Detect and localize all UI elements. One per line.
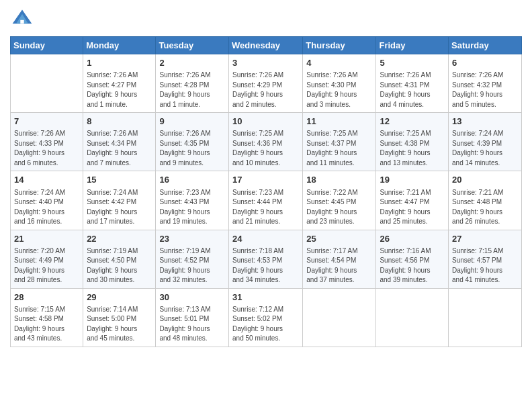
calendar-cell: 2Sunrise: 7:26 AM Sunset: 4:28 PM Daylig… [156, 54, 229, 113]
calendar-cell: 31Sunrise: 7:12 AM Sunset: 5:02 PM Dayli… [229, 288, 303, 347]
day-info: Sunrise: 7:18 AM Sunset: 4:53 PM Dayligh… [232, 246, 299, 285]
day-number: 26 [380, 233, 445, 245]
day-info: Sunrise: 7:24 AM Sunset: 4:42 PM Dayligh… [87, 188, 152, 227]
calendar-cell: 9Sunrise: 7:26 AM Sunset: 4:35 PM Daylig… [156, 113, 229, 171]
logo-icon [10, 7, 34, 31]
calendar-cell: 12Sunrise: 7:25 AM Sunset: 4:38 PM Dayli… [376, 113, 449, 171]
day-number: 18 [306, 174, 372, 186]
day-info: Sunrise: 7:15 AM Sunset: 4:58 PM Dayligh… [14, 305, 79, 344]
day-info: Sunrise: 7:26 AM Sunset: 4:33 PM Dayligh… [14, 129, 79, 168]
calendar-cell: 1Sunrise: 7:26 AM Sunset: 4:27 PM Daylig… [83, 54, 156, 113]
calendar-cell: 19Sunrise: 7:21 AM Sunset: 4:47 PM Dayli… [376, 171, 449, 230]
calendar-cell: 7Sunrise: 7:26 AM Sunset: 4:33 PM Daylig… [11, 113, 83, 171]
day-info: Sunrise: 7:26 AM Sunset: 4:34 PM Dayligh… [87, 129, 152, 168]
page-header [10, 7, 522, 31]
svg-rect-2 [20, 20, 24, 24]
weekday-wednesday: Wednesday [229, 37, 303, 54]
day-number: 9 [159, 116, 225, 128]
day-number: 25 [306, 233, 372, 245]
day-number: 12 [380, 116, 445, 128]
day-info: Sunrise: 7:25 AM Sunset: 4:38 PM Dayligh… [380, 129, 445, 168]
calendar-cell: 30Sunrise: 7:13 AM Sunset: 5:01 PM Dayli… [156, 288, 229, 347]
weekday-thursday: Thursday [303, 37, 376, 54]
calendar-cell: 8Sunrise: 7:26 AM Sunset: 4:34 PM Daylig… [83, 113, 156, 171]
day-info: Sunrise: 7:12 AM Sunset: 5:02 PM Dayligh… [232, 305, 299, 344]
day-info: Sunrise: 7:23 AM Sunset: 4:44 PM Dayligh… [232, 188, 299, 227]
day-info: Sunrise: 7:26 AM Sunset: 4:35 PM Dayligh… [159, 129, 225, 168]
day-number: 3 [232, 57, 299, 69]
week-row-3: 14Sunrise: 7:24 AM Sunset: 4:40 PM Dayli… [11, 171, 522, 230]
day-info: Sunrise: 7:26 AM Sunset: 4:29 PM Dayligh… [232, 71, 299, 109]
calendar-cell: 20Sunrise: 7:21 AM Sunset: 4:48 PM Dayli… [449, 171, 522, 230]
day-info: Sunrise: 7:13 AM Sunset: 5:01 PM Dayligh… [159, 305, 225, 344]
calendar-cell: 15Sunrise: 7:24 AM Sunset: 4:42 PM Dayli… [83, 171, 156, 230]
weekday-header-row: SundayMondayTuesdayWednesdayThursdayFrid… [11, 37, 522, 54]
day-number: 30 [159, 291, 225, 304]
day-number: 21 [14, 233, 79, 245]
calendar-cell: 13Sunrise: 7:24 AM Sunset: 4:39 PM Dayli… [449, 113, 522, 171]
calendar-cell [376, 288, 449, 347]
day-number: 4 [306, 57, 372, 69]
day-number: 1 [87, 57, 152, 69]
weekday-sunday: Sunday [11, 37, 83, 54]
day-info: Sunrise: 7:19 AM Sunset: 4:52 PM Dayligh… [159, 246, 225, 285]
weekday-monday: Monday [83, 37, 156, 54]
day-info: Sunrise: 7:26 AM Sunset: 4:30 PM Dayligh… [306, 71, 372, 109]
week-row-5: 28Sunrise: 7:15 AM Sunset: 4:58 PM Dayli… [11, 288, 522, 347]
day-number: 20 [452, 174, 518, 186]
week-row-4: 21Sunrise: 7:20 AM Sunset: 4:49 PM Dayli… [11, 230, 522, 288]
day-info: Sunrise: 7:20 AM Sunset: 4:49 PM Dayligh… [14, 246, 79, 285]
day-number: 16 [159, 174, 225, 186]
day-number: 14 [14, 174, 79, 186]
logo [10, 7, 37, 31]
calendar-cell: 23Sunrise: 7:19 AM Sunset: 4:52 PM Dayli… [156, 230, 229, 288]
calendar-cell: 22Sunrise: 7:19 AM Sunset: 4:50 PM Dayli… [83, 230, 156, 288]
calendar-cell: 3Sunrise: 7:26 AM Sunset: 4:29 PM Daylig… [229, 54, 303, 113]
calendar-cell: 18Sunrise: 7:22 AM Sunset: 4:45 PM Dayli… [303, 171, 376, 230]
day-number: 7 [14, 116, 79, 128]
day-info: Sunrise: 7:26 AM Sunset: 4:27 PM Dayligh… [87, 71, 152, 109]
day-number: 28 [14, 291, 79, 304]
day-number: 6 [452, 57, 518, 69]
calendar-cell: 24Sunrise: 7:18 AM Sunset: 4:53 PM Dayli… [229, 230, 303, 288]
calendar-cell: 5Sunrise: 7:26 AM Sunset: 4:31 PM Daylig… [376, 54, 449, 113]
calendar-cell: 25Sunrise: 7:17 AM Sunset: 4:54 PM Dayli… [303, 230, 376, 288]
week-row-2: 7Sunrise: 7:26 AM Sunset: 4:33 PM Daylig… [11, 113, 522, 171]
calendar-table: SundayMondayTuesdayWednesdayThursdayFrid… [10, 36, 522, 347]
calendar-cell: 6Sunrise: 7:26 AM Sunset: 4:32 PM Daylig… [449, 54, 522, 113]
weekday-friday: Friday [376, 37, 449, 54]
calendar-cell: 10Sunrise: 7:25 AM Sunset: 4:36 PM Dayli… [229, 113, 303, 171]
day-info: Sunrise: 7:24 AM Sunset: 4:39 PM Dayligh… [452, 129, 518, 168]
day-number: 15 [87, 174, 152, 186]
calendar-cell [449, 288, 522, 347]
day-info: Sunrise: 7:26 AM Sunset: 4:32 PM Dayligh… [452, 71, 518, 109]
day-info: Sunrise: 7:19 AM Sunset: 4:50 PM Dayligh… [87, 246, 152, 285]
calendar-cell: 14Sunrise: 7:24 AM Sunset: 4:40 PM Dayli… [11, 171, 83, 230]
calendar-cell: 4Sunrise: 7:26 AM Sunset: 4:30 PM Daylig… [303, 54, 376, 113]
day-info: Sunrise: 7:26 AM Sunset: 4:31 PM Dayligh… [380, 71, 445, 109]
day-number: 11 [306, 116, 372, 128]
day-number: 23 [159, 233, 225, 245]
day-number: 8 [87, 116, 152, 128]
day-number: 19 [380, 174, 445, 186]
day-info: Sunrise: 7:25 AM Sunset: 4:37 PM Dayligh… [306, 129, 372, 168]
day-info: Sunrise: 7:17 AM Sunset: 4:54 PM Dayligh… [306, 246, 372, 285]
day-number: 22 [87, 233, 152, 245]
day-number: 10 [232, 116, 299, 128]
day-info: Sunrise: 7:21 AM Sunset: 4:47 PM Dayligh… [380, 188, 445, 227]
day-info: Sunrise: 7:23 AM Sunset: 4:43 PM Dayligh… [159, 188, 225, 227]
calendar-cell: 26Sunrise: 7:16 AM Sunset: 4:56 PM Dayli… [376, 230, 449, 288]
day-info: Sunrise: 7:14 AM Sunset: 5:00 PM Dayligh… [87, 305, 152, 344]
day-number: 13 [452, 116, 518, 128]
day-number: 2 [159, 57, 225, 69]
calendar-cell: 29Sunrise: 7:14 AM Sunset: 5:00 PM Dayli… [83, 288, 156, 347]
day-number: 29 [87, 291, 152, 304]
day-info: Sunrise: 7:26 AM Sunset: 4:28 PM Dayligh… [159, 71, 225, 109]
calendar-cell: 16Sunrise: 7:23 AM Sunset: 4:43 PM Dayli… [156, 171, 229, 230]
calendar-page: SundayMondayTuesdayWednesdayThursdayFrid… [0, 0, 532, 411]
day-info: Sunrise: 7:16 AM Sunset: 4:56 PM Dayligh… [380, 246, 445, 285]
calendar-cell [11, 54, 83, 113]
day-number: 31 [232, 291, 299, 304]
day-info: Sunrise: 7:25 AM Sunset: 4:36 PM Dayligh… [232, 129, 299, 168]
weekday-tuesday: Tuesday [156, 37, 229, 54]
